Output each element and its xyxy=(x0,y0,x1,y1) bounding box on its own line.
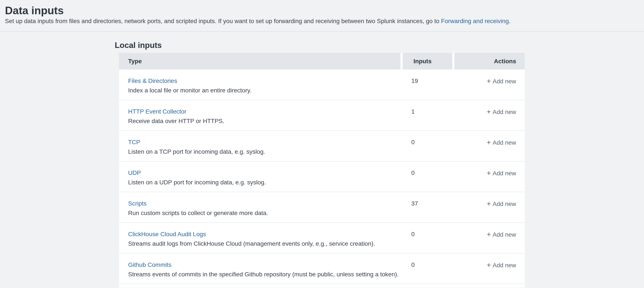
table-body: Files & Directories Index a local file o… xyxy=(119,70,525,284)
column-header-inputs: Inputs xyxy=(400,53,452,70)
plus-icon: + xyxy=(487,77,491,85)
type-cell: Files & Directories Index a local file o… xyxy=(119,70,400,100)
add-new-label: Add new xyxy=(492,109,516,115)
inputs-cell: 0 xyxy=(400,223,454,253)
page-header: Data inputs Set up data inputs from file… xyxy=(0,0,644,32)
forwarding-and-receiving-link[interactable]: Forwarding and receiving xyxy=(441,18,509,24)
add-new-link[interactable]: +Add new xyxy=(487,230,516,238)
content-area: Local inputs Type Inputs Actions Files &… xyxy=(115,32,644,287)
table-row: Files & Directories Index a local file o… xyxy=(119,70,525,100)
actions-cell: +Add new xyxy=(454,100,525,130)
subtitle-period: . xyxy=(509,18,510,24)
inputs-cell: 1 xyxy=(400,100,454,130)
actions-cell: +Add new xyxy=(454,161,525,192)
add-new-label: Add new xyxy=(492,231,516,238)
input-type-link[interactable]: TCP xyxy=(128,139,140,146)
add-new-link[interactable]: +Add new xyxy=(487,108,516,116)
input-type-description: Streams audit logs from ClickHouse Cloud… xyxy=(128,240,400,247)
input-type-link[interactable]: UDP xyxy=(128,169,141,177)
table-row: ClickHouse Cloud Audit Logs Streams audi… xyxy=(119,223,525,253)
plus-icon: + xyxy=(487,200,491,208)
actions-cell: +Add new xyxy=(454,253,525,284)
input-type-link[interactable]: Scripts xyxy=(128,200,147,207)
add-new-link[interactable]: +Add new xyxy=(487,200,516,208)
partial-next-row xyxy=(119,284,525,287)
input-type-description: Receive data over HTTP or HTTPS. xyxy=(128,117,400,125)
type-cell: Github Commits Streams events of commits… xyxy=(119,253,400,284)
actions-cell: +Add new xyxy=(454,70,525,100)
plus-icon: + xyxy=(487,261,491,269)
input-type-description: Index a local file or monitor an entire … xyxy=(128,87,400,94)
inputs-cell: 0 xyxy=(400,161,454,192)
input-type-description: Listen on a UDP port for incoming data, … xyxy=(128,179,400,186)
add-new-label: Add new xyxy=(492,78,516,85)
input-type-link[interactable]: Files & Directories xyxy=(128,77,177,85)
subtitle-text: Set up data inputs from files and direct… xyxy=(5,18,441,24)
inputs-count: 19 xyxy=(411,77,454,85)
add-new-label: Add new xyxy=(492,201,516,207)
table-row: TCP Listen on a TCP port for incoming da… xyxy=(119,131,525,161)
add-new-link[interactable]: +Add new xyxy=(487,169,516,177)
column-header-actions: Actions xyxy=(452,53,525,70)
add-new-label: Add new xyxy=(492,262,516,268)
table-row: Scripts Run custom scripts to collect or… xyxy=(119,192,525,223)
table-row: UDP Listen on a UDP port for incoming da… xyxy=(119,161,525,192)
input-type-description: Listen on a TCP port for incoming data, … xyxy=(128,148,400,155)
inputs-cell: 37 xyxy=(400,192,454,222)
local-inputs-heading: Local inputs xyxy=(115,41,644,50)
inputs-count: 0 xyxy=(411,261,454,268)
type-cell: TCP Listen on a TCP port for incoming da… xyxy=(119,131,400,161)
inputs-count: 0 xyxy=(411,169,454,177)
data-inputs-page: Data inputs Set up data inputs from file… xyxy=(0,0,644,287)
inputs-count: 0 xyxy=(411,230,454,238)
type-cell: Scripts Run custom scripts to collect or… xyxy=(119,192,400,222)
add-new-label: Add new xyxy=(492,139,516,146)
actions-cell: +Add new xyxy=(454,192,525,222)
input-type-description: Streams events of commits in the specifi… xyxy=(128,271,400,278)
input-type-description: Run custom scripts to collect or generat… xyxy=(128,209,400,217)
table-header-row: Type Inputs Actions xyxy=(119,53,525,70)
actions-cell: +Add new xyxy=(454,223,525,253)
page-title: Data inputs xyxy=(5,4,635,17)
inputs-count: 0 xyxy=(411,139,454,146)
type-cell: ClickHouse Cloud Audit Logs Streams audi… xyxy=(119,223,400,253)
plus-icon: + xyxy=(487,169,491,177)
input-type-link[interactable]: HTTP Event Collector xyxy=(128,108,186,115)
add-new-link[interactable]: +Add new xyxy=(487,77,516,85)
actions-cell: +Add new xyxy=(454,131,525,161)
inputs-cell: 19 xyxy=(400,70,454,100)
type-cell: HTTP Event Collector Receive data over H… xyxy=(119,100,400,130)
plus-icon: + xyxy=(487,138,491,146)
add-new-label: Add new xyxy=(492,170,516,177)
table-row: HTTP Event Collector Receive data over H… xyxy=(119,100,525,131)
local-inputs-table: Type Inputs Actions Files & Directories … xyxy=(119,53,525,287)
plus-icon: + xyxy=(487,230,491,238)
column-header-type: Type xyxy=(119,53,400,70)
inputs-count: 1 xyxy=(411,108,454,115)
type-cell: UDP Listen on a UDP port for incoming da… xyxy=(119,161,400,192)
table-row: Github Commits Streams events of commits… xyxy=(119,253,525,284)
inputs-count: 37 xyxy=(411,200,454,207)
input-type-link[interactable]: Github Commits xyxy=(128,261,172,268)
add-new-link[interactable]: +Add new xyxy=(487,139,516,146)
inputs-cell: 0 xyxy=(400,253,454,284)
plus-icon: + xyxy=(487,108,491,116)
inputs-cell: 0 xyxy=(400,131,454,161)
input-type-link[interactable]: ClickHouse Cloud Audit Logs xyxy=(128,230,206,238)
page-subtitle: Set up data inputs from files and direct… xyxy=(5,17,635,25)
add-new-link[interactable]: +Add new xyxy=(487,261,516,269)
